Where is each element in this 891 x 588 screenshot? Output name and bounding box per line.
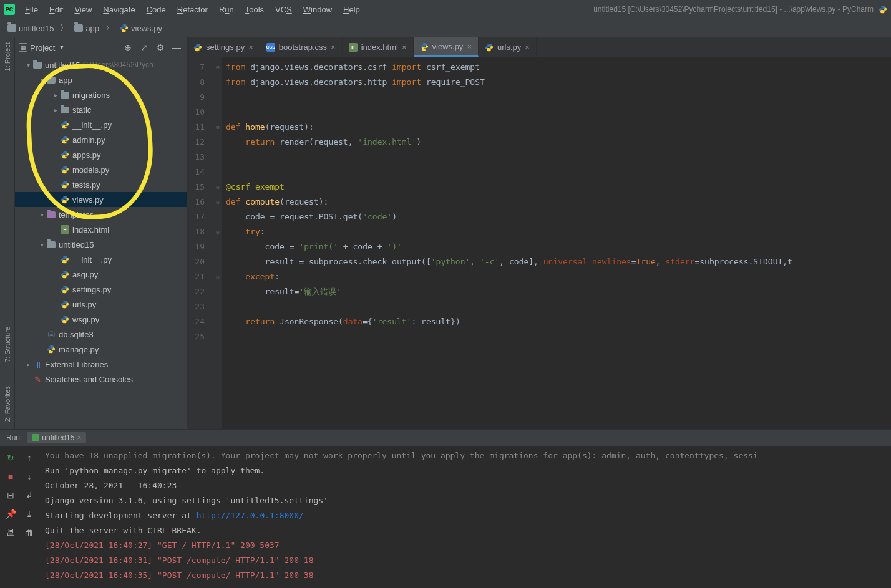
editor-tab[interactable]: Hindex.html× [343,37,414,57]
tree-row[interactable]: ▾untitled15C:\Users\30452\Pych [15,57,187,72]
code-content[interactable]: from django.views.decorators.csrf import… [222,57,891,429]
menu-vcs[interactable]: VCS [270,3,297,16]
code-editor[interactable]: 78910111213141516171819202122232425 ⊟⊟⊟⊟… [187,57,891,429]
console-link[interactable]: http://127.0.0.1:8000/ [197,511,304,520]
breadcrumb-item[interactable]: app [71,22,103,34]
chevron-down-icon: ▼ [59,44,64,51]
close-icon[interactable]: × [331,42,336,52]
breadcrumb-item[interactable]: views.py [116,22,166,34]
tree-row[interactable]: manage.py [15,342,187,357]
layout-button[interactable]: ⊟ [1,486,20,504]
tree-arrow-icon[interactable]: ▸ [51,92,60,99]
tree-item-label: Scratches and Consoles [45,375,133,384]
pin-button[interactable]: 📌 [1,504,20,523]
menu-code[interactable]: Code [142,3,171,16]
editor-tab[interactable]: views.py× [414,37,479,57]
clear-button[interactable]: 🗑 [20,523,39,542]
scroll-button[interactable]: ⤓ [20,504,39,523]
run-panel: Run: untitled15 × ↻ ↑ ■ ↓ ⊟ ↲ 📌 ⤓ 🖶 🗑 Yo… [0,429,891,588]
locate-button[interactable]: ⊕ [122,41,134,54]
tree-row[interactable]: views.py [15,192,187,207]
editor-tab[interactable]: settings.py× [187,37,260,57]
expand-button[interactable]: ⤢ [138,41,150,54]
tree-row[interactable]: ▸migrations [15,87,187,102]
tree-row[interactable]: ✎Scratches and Consoles [15,372,187,387]
project-header: ▦ Project ▼ ⊕ ⤢ ⚙ — [15,37,187,57]
tree-row[interactable]: ⛁db.sqlite3 [15,327,187,342]
tool-tab-project[interactable]: 1: Project [2,40,12,74]
tree-row[interactable]: wsgi.py [15,312,187,327]
menu-file[interactable]: File [20,3,43,16]
tree-row[interactable]: ▾untitled15 [15,237,187,252]
tree-arrow-icon[interactable]: ▾ [37,241,46,248]
tree-row[interactable]: Hindex.html [15,222,187,237]
tool-tab-favorites[interactable]: 2: Favorites [2,383,12,424]
menu-window[interactable]: Window [298,3,337,16]
tree-item-icon [60,255,70,264]
tree-item-label: asgi.py [72,270,98,279]
project-tree[interactable]: ▾untitled15C:\Users\30452\Pych▾app▸migra… [15,57,187,429]
print-button[interactable]: 🖶 [1,523,20,542]
editor-tab[interactable]: CSSbootstrap.css× [260,37,343,57]
tree-row[interactable]: __init__.py [15,117,187,132]
menu-edit[interactable]: Edit [44,3,68,16]
softwrap-button[interactable]: ↲ [20,486,39,504]
breadcrumb-item[interactable]: untitled15 [4,22,57,34]
tree-row[interactable]: settings.py [15,282,187,297]
tool-tab-structure[interactable]: 7: Structure [2,324,12,365]
menu-tools[interactable]: Tools [240,3,269,16]
collapse-button[interactable]: — [170,41,183,54]
settings-button[interactable]: ⚙ [154,41,167,54]
tree-row[interactable]: ▾app [15,72,187,87]
tree-item-icon [60,180,70,189]
console-output[interactable]: You have 18 unapplied migration(s). Your… [40,446,891,588]
up-button[interactable]: ↑ [20,448,39,467]
tree-item-label: __init__.py [72,255,112,264]
tree-row[interactable]: __init__.py [15,252,187,267]
tree-row[interactable]: ▸⫼External Libraries [15,357,187,372]
tree-item-label: migrations [72,90,110,100]
tree-arrow-icon[interactable]: ▸ [24,361,32,368]
run-tab[interactable]: untitled15 × [27,432,86,443]
tree-arrow-icon[interactable]: ▾ [37,77,46,84]
close-icon[interactable]: × [402,42,407,52]
tree-row[interactable]: ▸static [15,102,187,117]
close-icon[interactable]: × [525,42,530,52]
close-icon[interactable]: × [248,42,253,52]
run-header-label: Run: [6,433,22,442]
breadcrumb-bar: untitled15 〉 app 〉 views.py [0,19,891,37]
rerun-button[interactable]: ↻ [1,448,20,467]
close-icon[interactable]: × [77,433,81,442]
menu-help[interactable]: Help [338,3,365,16]
django-run-icon [32,434,39,441]
tree-item-icon: ⛁ [46,330,56,339]
tree-item-label: db.sqlite3 [59,330,94,339]
tree-row[interactable]: admin.py [15,132,187,147]
close-icon[interactable]: × [467,42,472,51]
tree-row[interactable]: asgi.py [15,267,187,282]
tree-row[interactable]: ▾templates [15,207,187,222]
tree-row[interactable]: tests.py [15,177,187,192]
tab-label: bootstrap.css [279,42,327,52]
editor-tab[interactable]: urls.py× [479,37,537,57]
tree-item-label: External Libraries [45,360,108,369]
menu-view[interactable]: View [69,3,97,16]
tree-arrow-icon[interactable]: ▸ [51,107,60,113]
stop-button[interactable]: ■ [1,467,20,486]
tree-item-label: urls.py [72,300,96,309]
tree-row[interactable]: apps.py [15,147,187,162]
tree-item-label: settings.py [72,285,111,294]
tree-item-icon [46,345,56,354]
menu-run[interactable]: Run [214,3,239,16]
tree-item-label: apps.py [72,150,101,160]
tree-arrow-icon[interactable]: ▾ [24,62,32,69]
down-button[interactable]: ↓ [20,467,39,486]
breadcrumb-label: views.py [131,24,162,33]
tree-arrow-icon[interactable]: ▾ [37,211,46,218]
project-header-label[interactable]: ▦ Project ▼ [19,43,64,52]
menu-navigate[interactable]: Navigate [98,3,140,16]
fold-column[interactable]: ⊟⊟⊟⊟⊟⊟ [213,57,222,429]
menu-refactor[interactable]: Refactor [172,3,213,16]
tree-row[interactable]: urls.py [15,297,187,312]
tree-row[interactable]: models.py [15,162,187,177]
